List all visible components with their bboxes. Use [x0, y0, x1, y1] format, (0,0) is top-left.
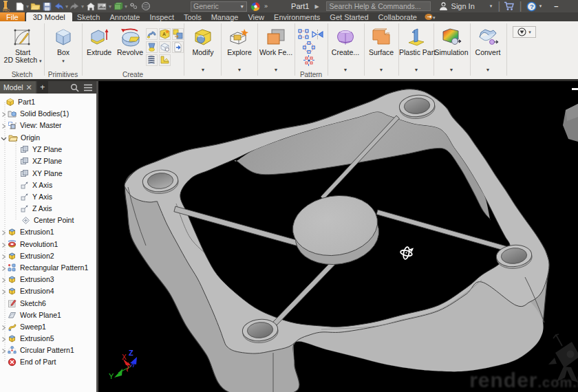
- svg-text:A: A: [162, 32, 166, 36]
- svg-text:▾: ▾: [433, 15, 436, 20]
- svg-text:?: ?: [530, 3, 534, 10]
- svg-text:PRO: PRO: [3, 9, 10, 12]
- svg-text:X: X: [122, 353, 127, 361]
- svg-text:Y: Y: [109, 372, 114, 380]
- svg-text:Z: Z: [129, 349, 133, 357]
